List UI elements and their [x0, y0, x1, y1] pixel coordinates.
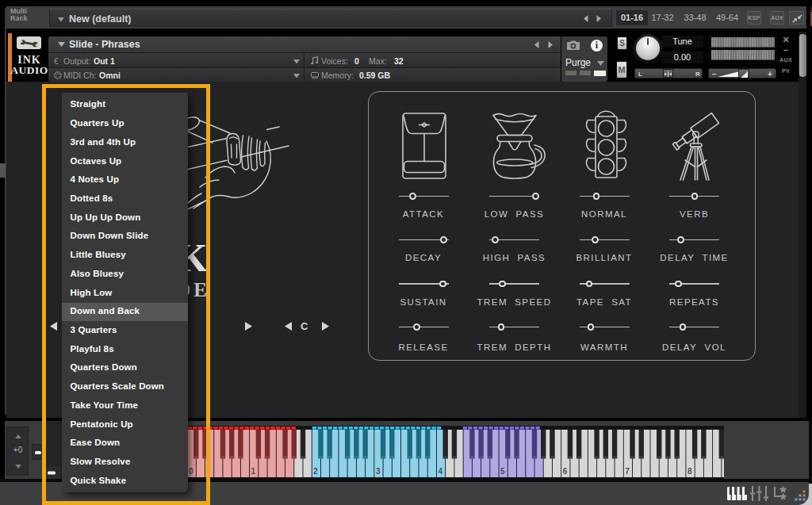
svg-text:6: 6 [563, 467, 568, 476]
svg-text:4: 4 [439, 467, 443, 476]
svg-text:8: 8 [688, 467, 692, 476]
svg-text:1: 1 [251, 467, 256, 476]
svg-text:7: 7 [625, 467, 630, 476]
svg-text:5: 5 [500, 467, 505, 476]
svg-text:3: 3 [376, 467, 381, 476]
svg-text:2: 2 [313, 467, 318, 476]
